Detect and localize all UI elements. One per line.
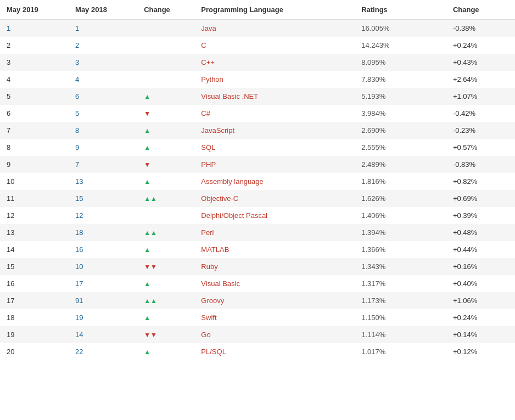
lang-name[interactable]: Visual Basic (194, 275, 355, 292)
change-value: +1.06% (446, 292, 515, 309)
rating-value: 2.690% (355, 122, 446, 139)
lang-name[interactable]: SQL (194, 139, 355, 156)
change-arrow: ▲ (137, 139, 194, 156)
rank-2019: 9 (0, 156, 69, 173)
table-row: 20 22 ▲ PL/SQL 1.017% +0.12% (0, 343, 515, 360)
rank-2018: 5 (69, 105, 137, 122)
change-arrow: ▲ (137, 241, 194, 258)
rank-2019: 4 (0, 71, 69, 88)
table-row: 17 91 ▲▲ Groovy 1.173% +1.06% (0, 292, 515, 309)
header-change-col: Change (446, 0, 515, 20)
rating-value: 2.555% (355, 139, 446, 156)
lang-name[interactable]: Ruby (194, 258, 355, 275)
rank-2019: 17 (0, 292, 69, 309)
rank-2019: 10 (0, 173, 69, 190)
rating-value: 1.173% (355, 292, 446, 309)
lang-name[interactable]: Java (194, 20, 355, 37)
rank-2018: 8 (69, 122, 137, 139)
table-row: 2 2 C 14.243% +0.24% (0, 37, 515, 54)
rank-2018: 15 (69, 190, 137, 207)
rating-value: 1.114% (355, 326, 446, 343)
table-row: 4 4 Python 7.830% +2.64% (0, 71, 515, 88)
change-value: +0.43% (446, 54, 515, 71)
table-row: 6 5 ▼ C# 3.984% -0.42% (0, 105, 515, 122)
table-row: 1 1 Java 16.005% -0.38% (0, 20, 515, 37)
change-value: +0.40% (446, 275, 515, 292)
lang-name[interactable]: Assembly language (194, 173, 355, 190)
table-row: 15 10 ▼▼ Ruby 1.343% +0.16% (0, 258, 515, 275)
change-arrow: ▼ (137, 105, 194, 122)
rank-2018: 13 (69, 173, 137, 190)
rating-value: 1.150% (355, 309, 446, 326)
change-value: +0.24% (446, 309, 515, 326)
table-row: 5 6 ▲ Visual Basic .NET 5.193% +1.07% (0, 88, 515, 105)
rating-value: 1.366% (355, 241, 446, 258)
change-arrow: ▲ (137, 343, 194, 360)
change-value: +0.82% (446, 173, 515, 190)
change-value: -0.42% (446, 105, 515, 122)
rank-2019: 13 (0, 224, 69, 241)
change-arrow (137, 54, 194, 71)
change-value: +0.24% (446, 37, 515, 54)
lang-name[interactable]: C (194, 37, 355, 54)
lang-name[interactable]: Delphi/Object Pascal (194, 207, 355, 224)
change-value: +2.64% (446, 71, 515, 88)
rank-2019: 12 (0, 207, 69, 224)
table-row: 8 9 ▲ SQL 2.555% +0.57% (0, 139, 515, 156)
rank-2019: 11 (0, 190, 69, 207)
arrow-down-icon: ▼ (144, 161, 150, 169)
lang-name[interactable]: Swift (194, 309, 355, 326)
table-header-row: May 2019 May 2018 Change Programming Lan… (0, 0, 515, 20)
lang-name[interactable]: Groovy (194, 292, 355, 309)
table-row: 14 16 ▲ MATLAB 1.366% +0.44% (0, 241, 515, 258)
header-change: Change (137, 0, 194, 20)
lang-name[interactable]: JavaScript (194, 122, 355, 139)
rating-value: 1.626% (355, 190, 446, 207)
rank-2018: 10 (69, 258, 137, 275)
arrow-double-up-icon: ▲▲ (144, 195, 157, 203)
lang-name[interactable]: Python (194, 71, 355, 88)
change-value: -0.23% (446, 122, 515, 139)
change-arrow (137, 207, 194, 224)
arrow-up-icon: ▲ (144, 280, 150, 288)
lang-name[interactable]: PHP (194, 156, 355, 173)
header-ratings: Ratings (355, 0, 446, 20)
change-value: +1.07% (446, 88, 515, 105)
rank-2018: 1 (69, 20, 137, 37)
rating-value: 8.095% (355, 54, 446, 71)
lang-name[interactable]: C++ (194, 54, 355, 71)
lang-name[interactable]: MATLAB (194, 241, 355, 258)
rank-2018: 6 (69, 88, 137, 105)
rating-value: 7.830% (355, 71, 446, 88)
change-arrow: ▲ (137, 173, 194, 190)
change-arrow: ▲ (137, 122, 194, 139)
rating-value: 3.984% (355, 105, 446, 122)
arrow-up-icon: ▲ (144, 93, 150, 100)
arrow-double-up-icon: ▲▲ (144, 297, 157, 305)
rank-2019: 16 (0, 275, 69, 292)
lang-name[interactable]: Perl (194, 224, 355, 241)
rating-value: 14.243% (355, 37, 446, 54)
lang-name[interactable]: Visual Basic .NET (194, 88, 355, 105)
rating-value: 1.317% (355, 275, 446, 292)
rank-2019: 7 (0, 122, 69, 139)
arrow-up-icon: ▲ (144, 314, 150, 322)
arrow-double-up-icon: ▲▲ (144, 229, 157, 237)
lang-name[interactable]: C# (194, 105, 355, 122)
table-row: 18 19 ▲ Swift 1.150% +0.24% (0, 309, 515, 326)
rank-2018: 7 (69, 156, 137, 173)
change-value: +0.14% (446, 326, 515, 343)
change-arrow: ▲▲ (137, 190, 194, 207)
lang-name[interactable]: PL/SQL (194, 343, 355, 360)
table-row: 11 15 ▲▲ Objective-C 1.626% +0.69% (0, 190, 515, 207)
lang-name[interactable]: Go (194, 326, 355, 343)
rank-2018: 9 (69, 139, 137, 156)
lang-name[interactable]: Objective-C (194, 190, 355, 207)
rating-value: 5.193% (355, 88, 446, 105)
rating-value: 1.394% (355, 224, 446, 241)
rank-2018: 19 (69, 309, 137, 326)
change-arrow: ▼ (137, 156, 194, 173)
change-value: -0.38% (446, 20, 515, 37)
rank-2019: 15 (0, 258, 69, 275)
arrow-up-icon: ▲ (144, 246, 150, 254)
